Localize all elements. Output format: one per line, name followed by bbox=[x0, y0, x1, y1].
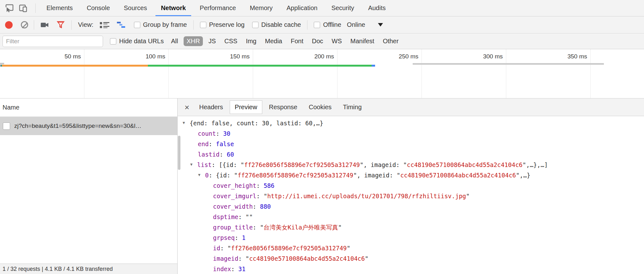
tab-application[interactable]: Application bbox=[280, 0, 325, 16]
filter-all[interactable]: All bbox=[168, 36, 181, 46]
inspect-cursor-icon bbox=[4, 3, 14, 13]
group-by-frame-toggle[interactable]: Group by frame bbox=[134, 21, 187, 28]
json-list-node[interactable]: ▼list: [{id: "ff276e8056f58896e7cf92505a… bbox=[178, 160, 644, 170]
tab-headers[interactable]: Headers bbox=[194, 101, 228, 114]
use-large-request-rows-icon[interactable] bbox=[100, 21, 109, 29]
tick-label: 200 ms bbox=[287, 53, 334, 60]
json-item-node[interactable]: ▼0: {id: "ff276e8056f58896e7cf92505a3127… bbox=[178, 170, 644, 181]
filter-font[interactable]: Font bbox=[288, 36, 306, 46]
hide-data-urls-toggle[interactable]: Hide data URLs bbox=[110, 38, 164, 45]
filter-xhr[interactable]: XHR bbox=[184, 36, 203, 46]
disable-cache-toggle[interactable]: Disable cache bbox=[252, 21, 301, 28]
network-toolbar: View: Group by frame Preserve log Disabl… bbox=[0, 16, 644, 33]
tab-security[interactable]: Security bbox=[325, 0, 361, 16]
network-overview[interactable]: 50 ms 100 ms 150 ms 200 ms 250 ms 300 ms… bbox=[0, 49, 644, 98]
expand-arrow-icon[interactable]: ▼ bbox=[183, 118, 190, 128]
tab-performance[interactable]: Performance bbox=[193, 0, 243, 16]
json-property[interactable]: cover_width: 880 bbox=[178, 201, 644, 212]
tab-response[interactable]: Response bbox=[264, 101, 302, 114]
json-root-node[interactable]: ▼{end: false, count: 30, lastid: 60,…} bbox=[178, 118, 644, 128]
filter-js[interactable]: JS bbox=[206, 36, 219, 46]
json-preview-tree: ▼{end: false, count: 30, lastid: 60,…} c… bbox=[178, 116, 644, 274]
json-property[interactable]: id: "ff276e8056f58896e7cf92505a312749" bbox=[178, 243, 644, 253]
overview-request-bar-selected bbox=[0, 65, 375, 67]
view-label: View: bbox=[78, 21, 94, 28]
tab-elements[interactable]: Elements bbox=[39, 0, 80, 16]
request-row-checkbox[interactable] bbox=[3, 122, 10, 130]
tab-sources[interactable]: Sources bbox=[117, 0, 154, 16]
tick-label: 350 ms bbox=[540, 53, 587, 60]
preserve-log-toggle[interactable]: Preserve log bbox=[200, 21, 245, 28]
filter-ws[interactable]: WS bbox=[329, 36, 345, 46]
clear-network-log-button[interactable] bbox=[21, 21, 28, 28]
request-name: zj?ch=beauty&t1=595&listtype=new&sn=30&l… bbox=[14, 122, 143, 129]
expand-arrow-icon[interactable]: ▼ bbox=[198, 170, 205, 180]
devtools-tab-bar: Elements Console Sources Network Perform… bbox=[0, 0, 644, 16]
preserve-log-checkbox[interactable] bbox=[200, 22, 206, 28]
capture-screenshots-icon[interactable] bbox=[40, 21, 49, 29]
disable-cache-checkbox[interactable] bbox=[252, 22, 258, 28]
chevron-down-icon[interactable] bbox=[378, 23, 383, 27]
device-toolbar-icon bbox=[18, 3, 28, 13]
close-icon[interactable]: × bbox=[181, 103, 192, 111]
tab-network[interactable]: Network bbox=[154, 0, 193, 16]
record-network-log-button[interactable] bbox=[5, 21, 13, 29]
panel-tabs: Elements Console Sources Network Perform… bbox=[39, 0, 392, 16]
filter-funnel-icon[interactable] bbox=[56, 21, 65, 29]
details-tab-strip: × Headers Preview Response Cookies Timin… bbox=[178, 98, 644, 116]
offline-checkbox[interactable] bbox=[314, 22, 320, 28]
tick-label: 300 ms bbox=[455, 53, 503, 60]
network-main-area: Name zj?ch=beauty&t1=595&listtype=new&sn… bbox=[0, 98, 644, 274]
filter-css[interactable]: CSS bbox=[222, 36, 240, 46]
filter-img[interactable]: Img bbox=[243, 36, 259, 46]
name-column-header[interactable]: Name bbox=[0, 98, 177, 117]
expand-arrow-icon[interactable]: ▼ bbox=[190, 159, 197, 170]
request-row[interactable]: zj?ch=beauty&t1=595&listtype=new&sn=30&l… bbox=[0, 117, 177, 135]
toggle-device-toolbar-button[interactable] bbox=[18, 3, 28, 14]
json-property[interactable]: dsptime: "" bbox=[178, 212, 644, 222]
gridline bbox=[422, 49, 422, 98]
json-property[interactable]: imageid: "cc48190e57100864abc4d55a2c4104… bbox=[178, 253, 644, 264]
json-property[interactable]: end: false bbox=[178, 139, 644, 149]
requests-summary: 1 / 32 requests | 4.1 KB / 4.1 KB transf… bbox=[3, 266, 113, 272]
json-property[interactable]: cover_height: 586 bbox=[178, 181, 644, 191]
active-tab-underline bbox=[155, 15, 191, 16]
inspect-element-button[interactable] bbox=[4, 3, 15, 14]
tick-label: 100 ms bbox=[118, 53, 165, 60]
divider bbox=[193, 20, 194, 30]
tab-timing[interactable]: Timing bbox=[338, 101, 366, 114]
overview-request-bar-gray-left bbox=[0, 63, 4, 64]
filter-doc[interactable]: Doc bbox=[309, 36, 326, 46]
hide-data-urls-checkbox[interactable] bbox=[110, 38, 116, 45]
json-property[interactable]: grpseq: 1 bbox=[178, 233, 644, 243]
filter-media[interactable]: Media bbox=[262, 36, 285, 46]
offline-toggle[interactable]: Offline bbox=[314, 21, 341, 28]
group-by-frame-checkbox[interactable] bbox=[134, 22, 140, 28]
json-property[interactable]: lastid: 60 bbox=[178, 149, 644, 160]
filter-input[interactable] bbox=[3, 36, 103, 47]
tab-audits[interactable]: Audits bbox=[361, 0, 393, 16]
json-property[interactable]: group_title: "台湾美女Kila户外唯美写真" bbox=[178, 222, 644, 233]
network-summary-bar: 1 / 32 requests | 4.1 KB / 4.1 KB transf… bbox=[0, 264, 177, 274]
json-property[interactable]: index: 31 bbox=[178, 264, 644, 274]
show-overview-icon[interactable] bbox=[117, 21, 126, 29]
divider bbox=[34, 20, 34, 30]
tab-console[interactable]: Console bbox=[80, 0, 117, 16]
tab-memory[interactable]: Memory bbox=[243, 0, 280, 16]
waterfall-connect-segment bbox=[2, 65, 148, 67]
gridline bbox=[506, 49, 506, 98]
tab-preview[interactable]: Preview bbox=[230, 100, 262, 114]
filter-manifest[interactable]: Manifest bbox=[348, 36, 377, 46]
request-details-panel: × Headers Preview Response Cookies Timin… bbox=[178, 98, 644, 274]
json-property[interactable]: cover_imgurl: "http://i1.umei.cc/uploads… bbox=[178, 191, 644, 201]
filter-bar: Hide data URLs All XHR JS CSS Img Media … bbox=[0, 33, 644, 49]
json-property[interactable]: count: 30 bbox=[178, 128, 644, 139]
network-throttling-select[interactable]: Online bbox=[347, 21, 365, 28]
resource-type-filters: All XHR JS CSS Img Media Font Doc WS Man… bbox=[168, 36, 404, 46]
request-list-panel: Name zj?ch=beauty&t1=595&listtype=new&sn… bbox=[0, 98, 178, 274]
tab-cookies[interactable]: Cookies bbox=[304, 101, 336, 114]
divider bbox=[35, 3, 36, 13]
waterfall-waiting-segment bbox=[148, 65, 372, 67]
scrollbar-thumb[interactable] bbox=[178, 136, 180, 170]
filter-other[interactable]: Other bbox=[380, 36, 401, 46]
